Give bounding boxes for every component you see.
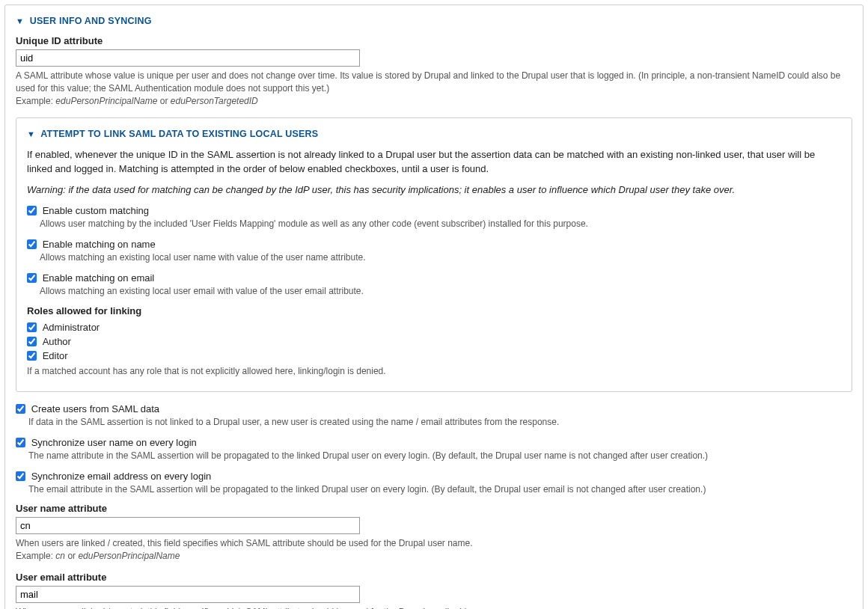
chevron-down-icon: ▼: [16, 16, 24, 25]
sync-email-row: Synchronize email address on every login…: [16, 470, 852, 496]
create-users-label[interactable]: Create users from SAML data: [31, 403, 159, 414]
user-info-syncing-toggle[interactable]: ▼ USER INFO AND SYNCING: [16, 16, 852, 26]
role-author-label[interactable]: Author: [43, 336, 71, 347]
username-attr-desc: When users are linked / created, this fi…: [16, 537, 852, 563]
create-users-checkbox[interactable]: [16, 404, 25, 414]
role-item: Editor: [27, 349, 841, 361]
enable-matching-email-desc: Allows matching an existing local user e…: [40, 285, 841, 298]
username-attr-block: User name attribute When users are linke…: [16, 503, 852, 563]
roles-allowed-block: Roles allowed for linking Administrator …: [27, 305, 841, 376]
link-saml-warning: Warning: if the data used for matching c…: [27, 184, 841, 195]
enable-matching-name-row: Enable matching on name Allows matching …: [27, 238, 841, 264]
sync-email-desc: The email attribute in the SAML assertio…: [28, 483, 852, 496]
sync-username-row: Synchronize user name on every login The…: [16, 436, 852, 462]
sync-username-label[interactable]: Synchronize user name on every login: [31, 437, 197, 448]
sync-username-checkbox[interactable]: [16, 438, 25, 447]
username-attr-input[interactable]: [16, 517, 360, 534]
unique-id-field-block: Unique ID attribute A SAML attribute who…: [16, 35, 852, 107]
role-editor-checkbox[interactable]: [27, 351, 37, 361]
sync-email-checkbox[interactable]: [16, 471, 25, 481]
role-item: Author: [27, 335, 841, 347]
create-users-row: Create users from SAML data If data in t…: [16, 403, 852, 429]
enable-matching-name-label[interactable]: Enable matching on name: [43, 239, 156, 250]
link-saml-title: ATTEMPT TO LINK SAML DATA TO EXISTING LO…: [40, 129, 318, 139]
user-info-syncing-fieldset: ▼ USER INFO AND SYNCING Unique ID attrib…: [4, 4, 864, 609]
role-editor-label[interactable]: Editor: [43, 350, 68, 361]
roles-allowed-title: Roles allowed for linking: [27, 305, 841, 316]
enable-custom-matching-desc: Allows user matching by the included 'Us…: [40, 218, 841, 230]
enable-matching-name-desc: Allows matching an existing local user n…: [40, 251, 841, 264]
enable-matching-name-checkbox[interactable]: [27, 239, 37, 249]
sync-email-label[interactable]: Synchronize email address on every login: [31, 471, 212, 482]
roles-allowed-desc: If a matched account has any role that i…: [27, 366, 841, 376]
unique-id-input[interactable]: [16, 49, 360, 67]
user-info-syncing-title: USER INFO AND SYNCING: [30, 16, 152, 26]
link-saml-toggle[interactable]: ▼ ATTEMPT TO LINK SAML DATA TO EXISTING …: [27, 129, 841, 139]
link-saml-fieldset: ▼ ATTEMPT TO LINK SAML DATA TO EXISTING …: [16, 117, 852, 391]
enable-custom-matching-checkbox[interactable]: [27, 206, 37, 215]
useremail-attr-input[interactable]: [16, 586, 360, 603]
useremail-attr-label: User email attribute: [16, 572, 852, 583]
link-saml-intro: If enabled, whenever the unique ID in th…: [27, 148, 841, 177]
enable-custom-matching-row: Enable custom matching Allows user match…: [27, 204, 841, 230]
chevron-down-icon: ▼: [27, 129, 35, 138]
useremail-attr-desc: When users are linked / created, this fi…: [16, 606, 852, 609]
useremail-attr-block: User email attribute When users are link…: [16, 572, 852, 609]
sync-username-desc: The name attribute in the SAML assertion…: [28, 450, 852, 462]
enable-matching-email-label[interactable]: Enable matching on email: [43, 272, 155, 284]
role-administrator-label[interactable]: Administrator: [43, 322, 100, 333]
create-users-desc: If data in the SAML assertion is not lin…: [28, 416, 852, 429]
role-item: Administrator: [27, 321, 841, 333]
unique-id-desc: A SAML attribute whose value is unique p…: [16, 70, 852, 107]
role-administrator-checkbox[interactable]: [27, 322, 37, 332]
unique-id-label: Unique ID attribute: [16, 35, 852, 46]
enable-matching-email-row: Enable matching on email Allows matching…: [27, 272, 841, 298]
enable-custom-matching-label[interactable]: Enable custom matching: [43, 205, 149, 216]
username-attr-label: User name attribute: [16, 503, 852, 514]
enable-matching-email-checkbox[interactable]: [27, 273, 37, 283]
role-author-checkbox[interactable]: [27, 337, 37, 346]
